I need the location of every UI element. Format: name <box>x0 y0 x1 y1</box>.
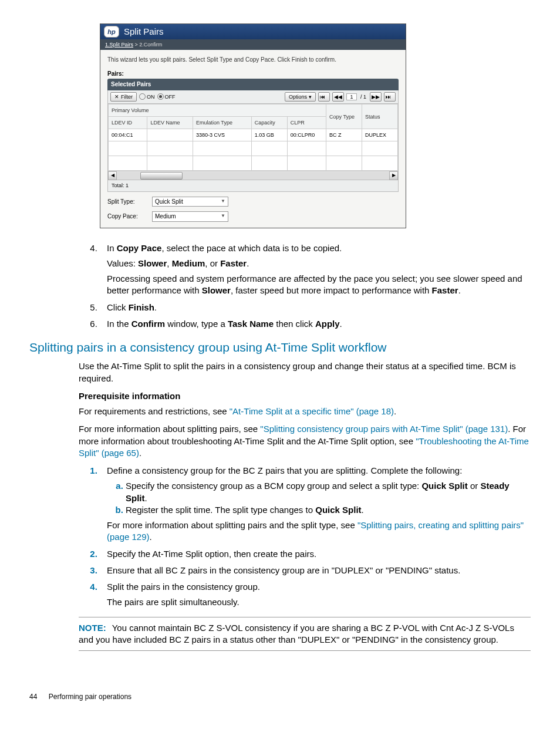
text: Define a consistency group for the BC Z … <box>107 465 462 475</box>
text: . <box>362 505 364 515</box>
pairs-label: Pairs: <box>107 70 399 78</box>
wizard-body: This wizard lets you split pairs. Select… <box>100 50 406 227</box>
scroll-track[interactable] <box>117 172 389 180</box>
pairs-table: Primary Volume Copy Type Status LDEV ID … <box>107 104 399 180</box>
page-last-button[interactable]: ⏭ <box>384 92 396 102</box>
col-group-primary-volume: Primary Volume <box>109 104 326 117</box>
text-bold: Faster <box>220 258 247 268</box>
text: , faster speed but more impact to perfor… <box>231 285 432 295</box>
text: . <box>458 285 461 295</box>
wizard-titlebar: hp Split Pairs <box>100 24 406 39</box>
page-next-button[interactable]: ▶▶ <box>370 92 382 102</box>
text: . <box>247 258 249 268</box>
text-bold: Confirm <box>131 319 166 329</box>
filter-toolbar: ✕ Filter ON OFF Options ▾ ⏮ ◀◀ / 1 ▶▶ ⏭ <box>107 90 399 104</box>
text: In <box>107 243 117 253</box>
text: Values: <box>107 258 138 268</box>
col-ldev-id[interactable]: LDEV ID <box>109 117 147 129</box>
cell-emulation-type: 3380-3 CVS <box>193 129 252 141</box>
text: , select the pace at which data is to be… <box>161 243 342 253</box>
col-ldev-name[interactable]: LDEV Name <box>147 117 193 129</box>
cell-status: DUPLEX <box>362 129 398 141</box>
col-copy-type[interactable]: Copy Type <box>326 104 362 129</box>
scroll-right-icon[interactable]: ▶ <box>389 171 398 180</box>
scroll-thumb[interactable] <box>140 172 183 180</box>
col-clpr[interactable]: CLPR <box>287 117 326 129</box>
text: . <box>340 319 342 329</box>
copy-pace-select[interactable]: Medium ▼ <box>152 211 228 222</box>
filter-off-radio[interactable]: OFF <box>157 93 176 100</box>
page-first-button[interactable]: ⏮ <box>318 92 330 102</box>
text: . <box>394 406 396 416</box>
cell-copy-type: BC Z <box>326 129 362 141</box>
text: Specify the consistency group as a BCM c… <box>126 481 421 491</box>
text: , <box>167 258 171 268</box>
step-a1: Define a consistency group for the BC Z … <box>100 465 531 544</box>
section-intro: Use the At-Time Split to split the pairs… <box>79 360 531 384</box>
table-row[interactable]: 00:04:C1 3380-3 CVS 1.03 GB 00:CLPR0 BC … <box>109 129 398 141</box>
text-bold: Medium <box>172 258 205 268</box>
text-bold: Finish <box>129 302 154 312</box>
cell-ldev-id: 00:04:C1 <box>109 129 147 141</box>
filter-button[interactable]: ✕ Filter <box>110 92 137 102</box>
radio-icon <box>139 93 146 100</box>
wizard-breadcrumb: 1.Split Pairs > 2.Confirm <box>100 39 406 50</box>
col-emulation-type[interactable]: Emulation Type <box>193 117 252 129</box>
text-bold: Quick Split <box>315 505 361 515</box>
page-prev-button[interactable]: ◀◀ <box>332 92 344 102</box>
horizontal-scrollbar[interactable]: ◀ ▶ <box>108 171 398 180</box>
sub-steps: Specify the consistency group as a BCM c… <box>107 480 531 516</box>
text-bold: Task Name <box>228 319 274 329</box>
text: Register the split time. The split type … <box>126 505 315 515</box>
copy-pace-value: Medium <box>155 212 176 221</box>
text: The pairs are split simultaneously. <box>107 596 531 608</box>
prereq-line: For requirements and restrictions, see "… <box>79 406 531 417</box>
text: For more information about splitting pai… <box>79 424 260 434</box>
note-block: NOTE:You cannot maintain BC Z S-VOL cons… <box>79 617 531 652</box>
steps-list: In Copy Pace, select the pace at which d… <box>29 242 531 330</box>
scroll-left-icon[interactable]: ◀ <box>108 171 117 180</box>
text: In the <box>107 319 131 329</box>
link-splitting-consistency[interactable]: "Splitting consistency group pairs with … <box>260 424 508 434</box>
split-type-value: Quick Split <box>155 198 183 206</box>
wizard-title: Split Pairs <box>124 26 164 38</box>
split-type-row: Split Type: Quick Split ▼ <box>107 197 399 207</box>
dropdown-icon: ▼ <box>221 213 225 220</box>
split-pairs-wizard: hp Split Pairs 1.Split Pairs > 2.Confirm… <box>100 23 406 228</box>
step-a3: Ensure that all BC Z pairs in the consis… <box>100 565 531 576</box>
more-info: For more information about splitting pai… <box>79 423 531 459</box>
document-body: In Copy Pace, select the pace at which d… <box>29 242 531 702</box>
text: . <box>145 493 147 503</box>
text: or <box>468 481 481 491</box>
text: then click <box>274 319 315 329</box>
text: Split the pairs in the consistency group… <box>107 582 260 592</box>
options-button[interactable]: Options ▾ <box>285 92 316 102</box>
filter-on-radio[interactable]: ON <box>139 93 155 100</box>
wizard-instruction: This wizard lets you split pairs. Select… <box>107 56 399 64</box>
step-6: In the Confirm window, type a Task Name … <box>100 318 531 330</box>
text: For more information about splitting pai… <box>107 520 357 530</box>
cell-ldev-name <box>147 129 193 141</box>
breadcrumb-step-1[interactable]: 1.Split Pairs <box>105 42 133 48</box>
breadcrumb-separator: > <box>135 42 138 48</box>
prereq-heading: Prerequisite information <box>79 390 531 402</box>
col-capacity[interactable]: Capacity <box>251 117 287 129</box>
page-footer: 44 Performing pair operations <box>29 692 531 701</box>
col-status[interactable]: Status <box>362 104 398 129</box>
text-bold: Slower <box>202 285 231 295</box>
page-total: / 1 <box>359 93 367 100</box>
off-label: OFF <box>165 93 176 100</box>
cell-clpr: 00:CLPR0 <box>287 129 326 141</box>
hp-logo-icon: hp <box>104 26 119 38</box>
breadcrumb-step-2[interactable]: 2.Confirm <box>139 42 162 48</box>
page-input[interactable] <box>346 93 357 100</box>
split-type-label: Split Type: <box>107 198 149 206</box>
total-count: Total: 1 <box>107 180 399 191</box>
on-label: ON <box>147 93 155 100</box>
substep-b: Register the split time. The split type … <box>126 504 531 516</box>
text: Click <box>107 302 129 312</box>
text: . <box>150 532 152 542</box>
split-type-select[interactable]: Quick Split ▼ <box>152 197 228 207</box>
dropdown-icon: ▼ <box>221 198 225 205</box>
link-at-time-split-specific[interactable]: "At-Time Split at a specific time" (page… <box>230 406 394 416</box>
